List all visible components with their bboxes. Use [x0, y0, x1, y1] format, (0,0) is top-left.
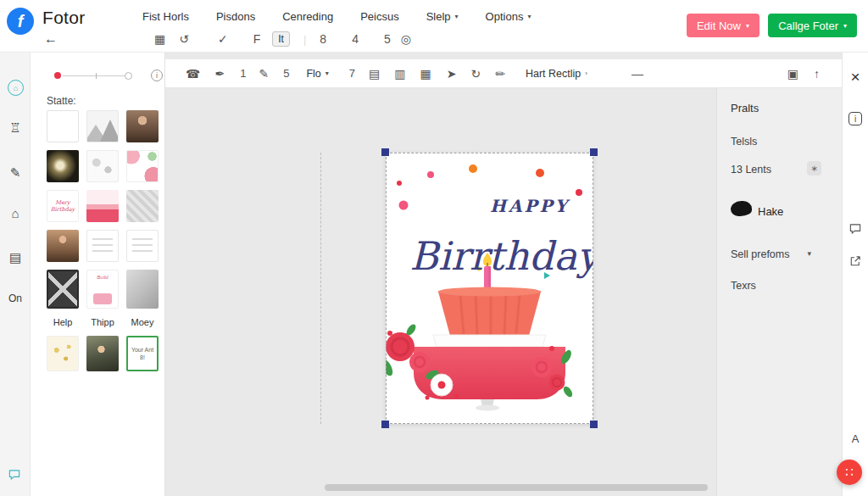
menu-label: Slelp [426, 10, 451, 23]
eyedropper-icon[interactable]: ✏ [495, 68, 505, 80]
upload-arrow-icon[interactable]: ↑ [814, 68, 820, 80]
template-thumbnail[interactable] [86, 110, 119, 142]
template-thumbnail[interactable] [86, 230, 119, 262]
badge-icon[interactable]: ⌂ [8, 80, 24, 96]
pencil-icon[interactable]: ✎ [0, 165, 31, 181]
panel-item-hake[interactable]: Hake [758, 205, 783, 218]
thumb-label: Thipp [86, 316, 119, 328]
comment-bubble-icon[interactable] [849, 222, 862, 238]
grid-icon[interactable]: ▦ [154, 32, 165, 46]
chevron-down-icon: ▾ [326, 70, 329, 77]
panel-title: Pralts [731, 102, 759, 114]
template-thumbnail[interactable] [126, 150, 159, 182]
thumb-label: Moey [126, 316, 159, 328]
target-icon[interactable]: ◎ [401, 32, 411, 46]
chevron-down-icon: ▾ [843, 22, 847, 30]
ink-blob-icon [731, 201, 752, 216]
rotate-icon[interactable]: ↻ [470, 68, 481, 80]
template-thumbnail[interactable] [86, 336, 119, 371]
back-arrow-icon[interactable]: ← [44, 31, 58, 47]
close-icon[interactable]: × [850, 68, 860, 86]
share-icon[interactable] [849, 254, 862, 270]
phone-tool-icon[interactable]: ☎ [186, 68, 200, 80]
panel-item-telsls[interactable]: Telsls [731, 136, 757, 148]
cursor-icon[interactable]: ➤ [447, 68, 457, 80]
check-icon[interactable]: ✓ [218, 32, 228, 46]
main-menu: Fist Horls Pisdons Cenreding Peicsus Sle… [142, 10, 531, 23]
list-icon[interactable]: ▤ [369, 68, 380, 80]
shop-icon[interactable]: ♖ [0, 120, 31, 136]
alignment-guide [320, 153, 321, 424]
value-button-7[interactable]: 7 [349, 68, 355, 79]
text-tool-button[interactable]: A [852, 432, 860, 445]
template-thumbnail[interactable] [126, 230, 159, 262]
panel-item-sell-dropdown[interactable]: Sell prefoms [731, 248, 789, 260]
info-icon[interactable]: i [151, 70, 163, 81]
on-label[interactable]: On [0, 293, 31, 304]
shape-select-dropdown[interactable]: Hart Rectlip› [526, 68, 587, 80]
right-panel: Pralts Telsls 13 Lents ∗ Hake Sell prefo… [716, 88, 842, 496]
horizontal-scrollbar[interactable] [325, 484, 708, 491]
menu-item-5[interactable]: Slelp▾ [426, 10, 459, 23]
dropdown-label: Flo [306, 68, 320, 80]
value-button-5[interactable]: 5 [283, 68, 289, 79]
pen-tool-icon[interactable]: ✒ [214, 68, 225, 80]
template-thumbnail[interactable] [126, 270, 159, 309]
template-thumbnail[interactable] [47, 270, 79, 309]
value-button-8[interactable]: 8 [320, 32, 326, 46]
template-thumbnail[interactable] [47, 336, 79, 371]
table-icon[interactable]: ▦ [420, 68, 431, 80]
chat-bubble-icon[interactable] [8, 468, 21, 484]
undo-icon[interactable]: ↺ [179, 32, 189, 46]
value-button-1[interactable]: 1 [240, 68, 246, 79]
chevron-down-icon: ▾ [527, 13, 531, 20]
chevron-down-icon: ▾ [746, 22, 749, 30]
menu-label: Pisdons [216, 10, 255, 23]
apps-fab-button[interactable]: ∷ [837, 460, 862, 485]
panel-item-lents[interactable]: 13 Lents [731, 164, 771, 176]
resize-handle-bottom-right[interactable] [590, 421, 598, 428]
page-icon[interactable]: ▥ [394, 68, 405, 80]
info-box-icon[interactable]: i [849, 112, 862, 125]
menu-item-1[interactable]: Fist Horls [142, 10, 189, 23]
image-icon[interactable]: ▣ [787, 68, 798, 80]
tray-icon[interactable]: ▤ [0, 250, 31, 265]
menu-item-2[interactable]: Pisdons [216, 10, 255, 23]
artboard-birthday-card[interactable]: HAPPY Birrthday [386, 153, 593, 424]
template-thumbnail[interactable] [47, 110, 79, 142]
collage-fotor-button[interactable]: Callge Foter▾ [768, 14, 857, 37]
canvas-viewport[interactable]: HAPPY Birrthday [165, 88, 716, 496]
template-thumbnail[interactable] [86, 150, 119, 182]
zoom-slider[interactable] [54, 71, 132, 80]
logo-letter: f [18, 12, 24, 31]
resize-handle-top-left[interactable] [381, 148, 389, 156]
menu-item-3[interactable]: Cenreding [282, 10, 333, 23]
canvas-toolbar: ☎ ✒ 1 ✎ 5 Flo▾ 7 ▤ ▥ ▦ ➤ ↻ ✏ Hart Rectli… [165, 59, 842, 88]
font-button[interactable]: F [253, 32, 261, 46]
italic-button-active[interactable]: It [272, 31, 290, 47]
fotor-logo-icon[interactable]: f [7, 8, 34, 35]
template-thumbnail[interactable] [47, 230, 79, 262]
lents-settings-button[interactable]: ∗ [807, 161, 821, 176]
template-thumbnail[interactable] [47, 150, 79, 182]
menu-item-4[interactable]: Peicsus [360, 10, 399, 23]
edit-now-button[interactable]: Edit Now▾ [687, 14, 760, 37]
value-button-4[interactable]: 4 [352, 32, 359, 46]
resize-handle-bottom-left[interactable] [381, 421, 389, 428]
home-icon[interactable]: ⌂ [0, 206, 31, 220]
chevron-right-icon: › [585, 70, 587, 77]
right-strip: × i A [842, 53, 868, 496]
panel-item-texrs[interactable]: Texrs [731, 280, 756, 292]
edit-icon[interactable]: ✎ [259, 68, 269, 80]
template-thumbnail[interactable] [126, 190, 159, 222]
template-thumbnail-selected[interactable]: Your Ant 8! [126, 336, 159, 371]
resize-handle-top-right[interactable] [590, 148, 598, 156]
flow-dropdown[interactable]: Flo▾ [306, 68, 328, 80]
slider-handle[interactable] [54, 72, 61, 79]
value-button-5[interactable]: 5 [384, 32, 391, 46]
menu-item-6[interactable]: Options▾ [486, 10, 531, 23]
template-thumbnail[interactable] [126, 110, 159, 142]
template-thumbnail[interactable]: Mery Birthday [47, 190, 79, 222]
template-thumbnail[interactable] [86, 190, 119, 222]
template-thumbnail[interactable]: Build [86, 270, 119, 309]
